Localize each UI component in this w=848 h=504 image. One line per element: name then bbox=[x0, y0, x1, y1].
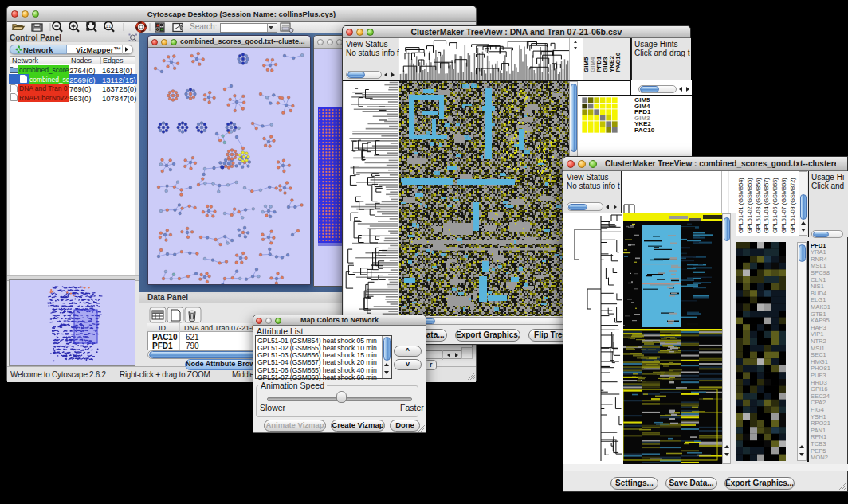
svg-text:1:1: 1:1 bbox=[106, 25, 112, 29]
svg-text:Search:: Search: bbox=[190, 22, 217, 31]
